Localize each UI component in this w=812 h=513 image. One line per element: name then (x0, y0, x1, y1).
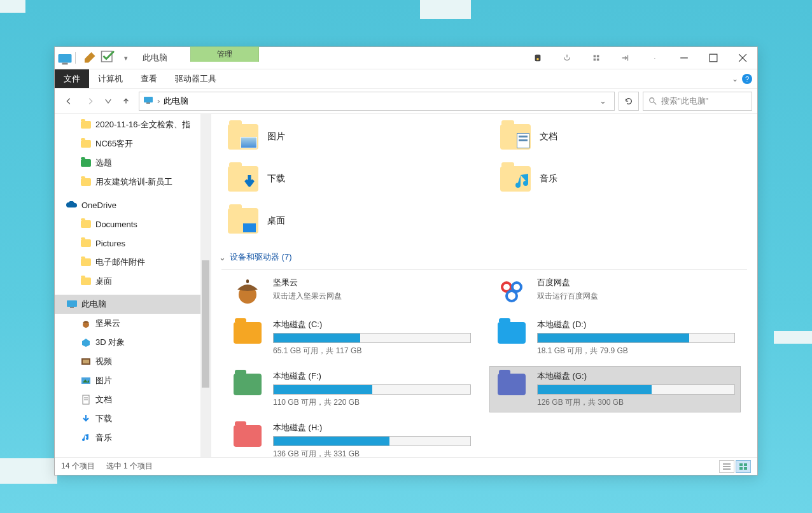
folder-icon (500, 166, 531, 192)
drive-item[interactable]: 本地磁盘 (G:) 126 GB 可用，共 300 GB (489, 366, 741, 412)
user-folder[interactable]: 图片 (228, 119, 475, 155)
tree-onedrive[interactable]: OneDrive (55, 195, 211, 214)
tree-thispc-child[interactable]: 图片 (55, 371, 211, 390)
folder-icon (80, 176, 92, 188)
tree-thispc-child[interactable]: 下载 (55, 409, 211, 428)
svg-rect-37 (744, 463, 747, 466)
chevron-down-icon: ⌄ (219, 253, 226, 262)
tree-onedrive-child[interactable]: Documents (55, 214, 211, 234)
tree-item-label: 此电脑 (81, 299, 106, 310)
tree-item-label: OneDrive (81, 200, 116, 210)
tree-child-icon (80, 337, 92, 348)
drive-item[interactable]: 本地磁盘 (C:) 65.1 GB 可用，共 117 GB (225, 314, 477, 361)
ribbon-expand-icon[interactable]: ⌄ (732, 74, 738, 83)
user-folder[interactable]: 下载 (228, 161, 475, 197)
tree-item-label: 电子邮件附件 (95, 256, 145, 268)
help-icon[interactable]: ? (742, 74, 752, 84)
user-folder[interactable]: 音乐 (500, 161, 747, 197)
nav-history-dropdown[interactable] (103, 92, 113, 110)
tree-item-label: 图片 (95, 375, 112, 386)
tree-quick-item[interactable]: 选题 (55, 153, 211, 172)
folder-label: 音乐 (540, 173, 557, 185)
drive-sub: 65.1 GB 可用，共 117 GB (273, 346, 471, 356)
folder-icon (228, 208, 258, 234)
nav-up[interactable] (117, 92, 135, 110)
nav-forward[interactable] (81, 92, 99, 110)
ribbon-tabs: 文件 计算机 查看 驱动器工具 ⌄ ? (55, 69, 757, 88)
tree-thispc[interactable]: 此电脑 (55, 295, 211, 314)
drive-item[interactable]: 本地磁盘 (D:) 18.1 GB 可用，共 79.9 GB (489, 314, 741, 361)
drive-item[interactable]: 本地磁盘 (H:) 136 GB 可用，共 331 GB (225, 418, 477, 457)
tab-file[interactable]: 文件 (55, 69, 89, 88)
svg-rect-36 (739, 463, 743, 466)
content-pane: 图片文档下载音乐桌面 ⌄ 设备和驱动器 (7) 坚果云 双击进入坚果云网盘 百度… (211, 114, 757, 457)
tree-child-icon (80, 413, 92, 425)
maximize-button[interactable] (699, 47, 728, 69)
drive-icon (495, 319, 528, 347)
ext-tool-3[interactable] (582, 47, 611, 69)
folder-icon (80, 119, 92, 130)
svg-rect-6 (597, 55, 599, 58)
ext-tool-5[interactable]: · (640, 47, 669, 69)
drive-sub: 双击进入坚果云网盘 (273, 291, 471, 302)
qat-dropdown[interactable]: ▾ (118, 50, 134, 66)
drive-sub: 双击运行百度网盘 (537, 291, 735, 302)
sidebar-scrollbar[interactable] (200, 114, 211, 457)
tab-view[interactable]: 查看 (132, 69, 166, 88)
drive-item[interactable]: 本地磁盘 (F:) 110 GB 可用，共 220 GB (225, 366, 477, 412)
contextual-tab-manage[interactable]: 管理 (190, 46, 259, 62)
tab-drive-tools[interactable]: 驱动器工具 (166, 69, 225, 88)
tree-thispc-child[interactable]: 3D 对象 (55, 333, 211, 352)
section-devices-header[interactable]: ⌄ 设备和驱动器 (7) (219, 251, 747, 263)
minimize-button[interactable] (669, 47, 699, 69)
user-folder[interactable]: 桌面 (228, 203, 475, 239)
system-icon[interactable] (57, 50, 73, 66)
address-dropdown-icon[interactable]: ⌄ (596, 96, 610, 106)
refresh-button[interactable] (619, 92, 639, 111)
titlebar: ▾ 管理 此电脑 · (55, 47, 757, 69)
tree-quick-item[interactable]: 用友建筑培训-新员工 (55, 172, 211, 192)
tree-child-icon (80, 375, 92, 386)
drive-icon (495, 277, 528, 305)
address-bar[interactable]: › 此电脑 ⌄ (139, 92, 615, 111)
ext-tool-4[interactable] (611, 47, 640, 69)
folder-icon (228, 166, 258, 192)
ext-tool-2[interactable] (552, 47, 582, 69)
tab-computer[interactable]: 计算机 (89, 69, 132, 88)
navigation-tree: 2020-11-16-全文检索、指NC65客开选题用友建筑培训-新员工OneDr… (55, 114, 211, 457)
svg-rect-1 (62, 63, 68, 65)
drive-name: 本地磁盘 (H:) (273, 422, 471, 433)
tree-item-label: 桌面 (95, 276, 112, 287)
nav-back[interactable] (60, 92, 78, 110)
tree-item-label: 坚果云 (95, 318, 120, 329)
drive-item[interactable]: 坚果云 双击进入坚果云网盘 (225, 272, 477, 309)
folder-icon (80, 218, 92, 230)
tree-onedrive-child[interactable]: Pictures (55, 234, 211, 253)
tree-quick-item[interactable]: NC65客开 (55, 134, 211, 153)
tree-thispc-child[interactable]: 视频 (55, 352, 211, 371)
drive-item[interactable]: 百度网盘 双击运行百度网盘 (489, 272, 741, 309)
drive-sub: 126 GB 可用，共 300 GB (537, 397, 735, 408)
folder-icon (500, 124, 531, 150)
tree-thispc-child[interactable]: 坚果云 (55, 314, 211, 333)
ext-tool-1[interactable] (523, 47, 552, 69)
tree-item-label: 3D 对象 (95, 337, 125, 348)
svg-rect-5 (594, 55, 596, 58)
user-folder[interactable]: 文档 (500, 119, 747, 155)
search-input[interactable]: 搜索"此电脑" (643, 92, 752, 111)
close-button[interactable] (728, 47, 757, 69)
view-large-icons-button[interactable] (736, 460, 751, 473)
qat-properties[interactable] (83, 50, 98, 66)
breadcrumb[interactable]: 此电脑 (164, 95, 188, 107)
tree-child-icon (80, 356, 92, 367)
folder-label: 图片 (267, 131, 285, 143)
view-details-button[interactable] (719, 460, 734, 473)
tree-thispc-child[interactable]: 文档 (55, 390, 211, 409)
svg-rect-17 (67, 300, 77, 307)
folder-label: 下载 (267, 173, 285, 185)
tree-thispc-child[interactable]: 音乐 (55, 428, 211, 447)
tree-onedrive-child[interactable]: 桌面 (55, 272, 211, 291)
tree-quick-item[interactable]: 2020-11-16-全文检索、指 (55, 115, 211, 134)
qat-checkbox[interactable] (101, 50, 116, 66)
tree-onedrive-child[interactable]: 电子邮件附件 (55, 253, 211, 272)
